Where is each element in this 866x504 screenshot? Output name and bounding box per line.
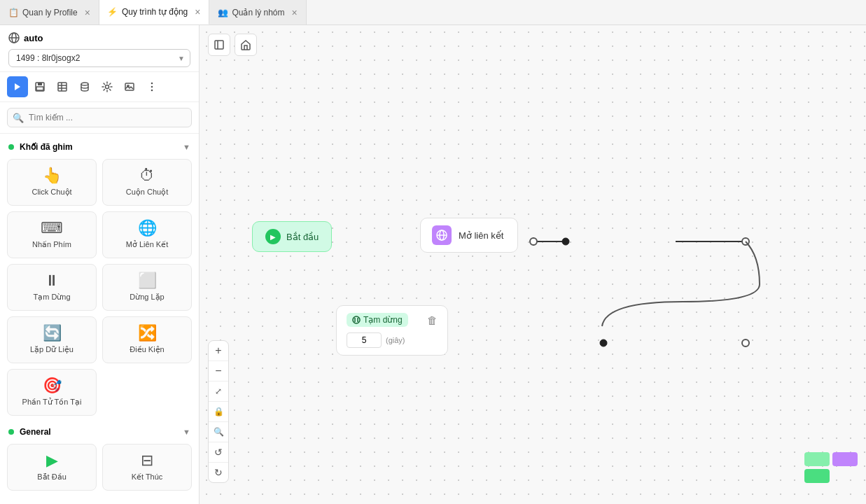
home-button[interactable] (235, 34, 257, 56)
svg-point-17 (151, 90, 153, 92)
fit-view-button[interactable]: ⤢ (209, 382, 228, 401)
ket-thuc-icon: ⊟ (141, 453, 153, 468)
pause-value-input[interactable] (347, 332, 382, 348)
legend-green2-box (804, 469, 830, 483)
zoom-search-button[interactable]: 🔍 (209, 422, 228, 442)
svg-point-24 (742, 238, 749, 245)
tab-close-quy-trinh[interactable]: × (195, 7, 200, 17)
zoom-in-button[interactable]: + (209, 341, 228, 360)
save-button[interactable] (29, 76, 50, 97)
legend-purple-box (832, 452, 858, 466)
legend-green-box (804, 452, 830, 466)
svg-point-21 (530, 238, 537, 245)
search-wrapper: 🔍 (7, 108, 192, 127)
pause-unit-label: (giây) (386, 336, 405, 344)
more-button[interactable] (141, 76, 162, 97)
zoom-out-button[interactable]: − (209, 361, 228, 381)
open-url-node[interactable]: Mở liên kết (420, 218, 518, 253)
svg-point-30 (353, 316, 360, 323)
search-icon: 🔍 (13, 113, 24, 123)
tam-dung-icon: ⏸ (44, 273, 60, 288)
section-khoi-da-ghim-label: Khối đã ghim (8, 142, 73, 152)
profile-select[interactable]: 1499 : 8lr0jsogx2 (8, 49, 190, 67)
pause-inputs: (giây) (347, 332, 438, 348)
svg-point-16 (151, 86, 153, 88)
tab-icon-quan-ly-profile: 📋 (8, 8, 18, 18)
block-dung-lap[interactable]: ⬜ Dừng Lặp (102, 264, 192, 311)
redo-button[interactable]: ↻ (209, 463, 228, 482)
block-tam-dung[interactable]: ⏸ Tạm Dừng (7, 264, 97, 311)
start-node-label: Bắt đầu (286, 232, 319, 242)
pause-delete-button[interactable]: 🗑 (427, 314, 438, 326)
start-node[interactable]: ▶ Bắt đầu (252, 221, 332, 252)
svg-point-26 (742, 340, 749, 346)
chevron-general-icon: ▼ (183, 428, 190, 436)
tab-quan-ly-nhom[interactable]: 👥 Quản lý nhóm × (209, 0, 306, 24)
zoom-controls: + − ⤢ 🔒 🔍 ↺ ↻ (208, 340, 229, 483)
lap-du-lieu-icon: 🔄 (43, 326, 62, 341)
svg-point-22 (562, 238, 569, 245)
tab-close-quan-ly-profile[interactable]: × (85, 8, 90, 18)
table-button[interactable] (52, 76, 73, 97)
block-bat-dau[interactable]: ▶ Bắt Đầu (7, 444, 97, 491)
bat-dau-icon: ▶ (46, 453, 58, 468)
phan-tu-ton-tai-icon: 🎯 (43, 378, 62, 393)
svg-rect-18 (215, 41, 223, 49)
tab-quy-trinh-tu-dong[interactable]: ⚡ Quy trình tự động × (99, 0, 210, 24)
legend-row-1 (804, 452, 858, 466)
sidebar-toggle-button[interactable] (208, 34, 230, 56)
auto-label: auto (8, 32, 190, 43)
svg-marker-3 (15, 83, 20, 90)
tab-label-quan-ly-nhom: Quản lý nhóm (232, 8, 284, 18)
globe-icon (8, 32, 20, 43)
dieu-kien-icon: 🔀 (138, 326, 157, 341)
connections-svg (200, 25, 866, 504)
lock-button[interactable]: 🔒 (209, 402, 228, 421)
section-khoi-da-ghim-header[interactable]: Khối đã ghim ▼ (0, 138, 199, 156)
svg-rect-6 (36, 87, 43, 90)
block-nhan-phim[interactable]: ⌨ Nhấn Phím (7, 211, 97, 258)
tab-label-quy-trinh: Quy trình tự động (122, 7, 188, 17)
block-ket-thuc[interactable]: ⊟ Kết Thúc (102, 444, 192, 491)
svg-point-11 (81, 83, 88, 85)
undo-button[interactable]: ↺ (209, 442, 228, 462)
pause-label: Tạm dừng (363, 315, 403, 325)
section-general-header[interactable]: General ▼ (0, 423, 199, 441)
sidebar-header: auto 1499 : 8lr0jsogx2 ▼ (0, 25, 199, 72)
dung-lap-icon: ⬜ (138, 273, 157, 288)
auto-text: auto (24, 33, 43, 43)
pause-node-header: Tạm dừng 🗑 (347, 313, 438, 327)
start-node-icon: ▶ (265, 229, 281, 244)
cuon-chuot-icon: ⏱ (139, 168, 155, 183)
settings-button[interactable] (97, 76, 118, 97)
sidebar-blocks: Khối đã ghim ▼ 👆 Click Chuột ⏱ Cuộn Chuộ… (0, 134, 199, 504)
block-dieu-kien[interactable]: 🔀 Điều Kiện (102, 316, 192, 363)
block-phan-tu-ton-tai[interactable]: 🎯 Phần Tử Tồn Tại (7, 369, 97, 416)
search-input[interactable] (7, 108, 192, 127)
pause-icon-wrap: Tạm dừng (347, 313, 408, 327)
open-url-label: Mở liên kết (459, 230, 503, 241)
click-chuot-icon: 👆 (43, 168, 62, 183)
tab-close-quan-ly-nhom[interactable]: × (292, 8, 298, 18)
tab-icon-quan-ly-nhom: 👥 (218, 8, 228, 18)
block-mo-lien-ket[interactable]: 🌐 Mở Liên Kết (102, 211, 192, 258)
tab-label-quan-ly-profile: Quan ly Profile (22, 8, 78, 18)
block-lap-du-lieu[interactable]: 🔄 Lặp Dữ Liệu (7, 316, 97, 363)
chevron-down-icon: ▼ (183, 143, 190, 151)
play-button[interactable] (7, 76, 28, 97)
section-general-label: General (8, 427, 51, 437)
canvas-area[interactable]: ▶ Bắt đầu Mở liên kết Tạm dừng 🗑 (giây) (200, 25, 866, 504)
pause-node[interactable]: Tạm dừng 🗑 (giây) (336, 305, 448, 356)
mo-lien-ket-icon: 🌐 (138, 220, 157, 236)
nhan-phim-icon: ⌨ (41, 220, 63, 236)
open-url-icon (432, 225, 452, 245)
block-cuon-chuot[interactable]: ⏱ Cuộn Chuột (102, 159, 192, 206)
block-grid-general: ▶ Bắt Đầu ⊟ Kết Thúc (0, 441, 199, 498)
dot-green-icon (8, 144, 14, 150)
legend (804, 452, 858, 483)
block-click-chuot[interactable]: 👆 Click Chuột (7, 159, 97, 206)
tab-quan-ly-profile[interactable]: 📋 Quan ly Profile × (0, 0, 99, 24)
image-button[interactable] (119, 76, 140, 97)
db-button[interactable] (74, 76, 95, 97)
svg-point-12 (106, 85, 109, 89)
